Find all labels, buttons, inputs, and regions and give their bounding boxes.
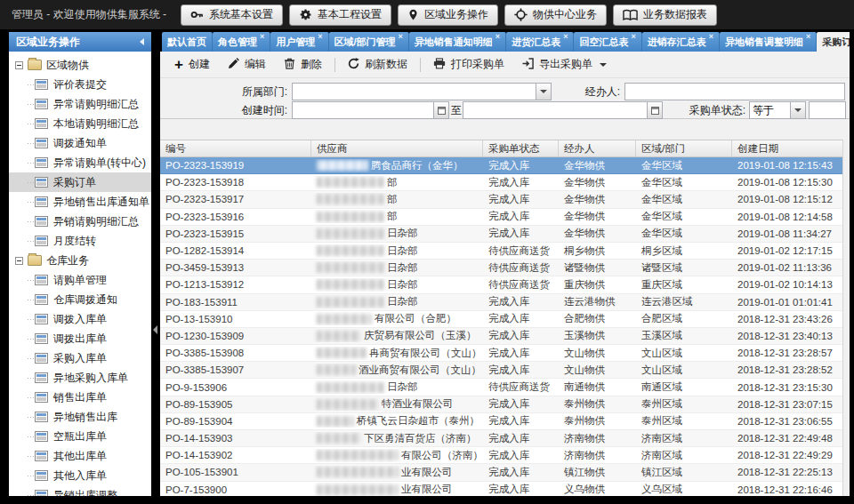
delete-button[interactable]: 删除 [278,54,327,75]
created-from-input[interactable] [293,102,433,118]
tree-item[interactable]: 调拨出库单 [9,329,151,348]
engineering-settings-button[interactable]: 基本工程设置 [289,4,391,26]
print-po-button[interactable]: 打印采购单 [428,54,510,75]
tree-item[interactable]: 评价表提交 [9,75,151,94]
tab[interactable]: 回空汇总表 × [574,32,641,52]
tab-close-icon[interactable]: × [399,32,403,42]
column-header-status[interactable]: 采购单状态 [483,140,559,156]
tree-item[interactable]: 其他入库单 [9,466,151,485]
tab-close-icon[interactable]: × [495,32,500,42]
sidebar-collapse-icon[interactable] [140,38,144,45]
table-row[interactable]: PO-2323-153915 日杂部 完成入库 金华物供 金华区域 2019-0… [160,226,842,243]
tree-item[interactable]: 调拨入库单 [9,309,151,329]
tab-close-icon[interactable]: × [806,32,810,42]
table-row[interactable]: PO-2323-153917 部 完成入库 金华物供 金华区域 2019-01-… [160,191,842,208]
tree-item[interactable]: 异地销售出库通知单 [9,192,151,212]
tree-item[interactable]: 采购订单 [9,172,151,192]
table-row[interactable]: PO-183-153911 日杂部 完成入库 连云港物供 连云港区域 2019-… [160,294,842,311]
table-row[interactable]: PO-1230-153909 庆贸易有限公司（玉溪） 完成入库 玉溪物供 玉溪区… [160,328,842,345]
tree-item[interactable]: 异常请购明细汇总 [9,94,151,114]
table-row[interactable]: PO-9-153906 日杂部 待供应商送货 南通物供 南通区域 2018-12… [160,379,842,396]
status-operator-input[interactable] [750,102,790,118]
tab[interactable]: 进货汇总表 × [506,32,574,52]
vertical-scrollbar[interactable] [842,140,850,496]
tab[interactable]: 默认首页 × [162,32,213,52]
tab-close-icon[interactable]: × [563,32,568,42]
sidebar-splitter-handle[interactable] [153,325,157,334]
created-to-input[interactable] [463,102,647,118]
tree-item[interactable]: 调拨通知单 [9,133,151,153]
tab[interactable]: 异地销售调整明细 × [720,32,817,52]
tree-item[interactable]: 其他出库单 [9,446,151,466]
tab[interactable]: 用户管理 × [270,32,328,52]
tree-item[interactable]: 区域物供 [9,55,151,75]
column-header-supplier[interactable]: 供应商 [311,140,483,156]
tab[interactable]: 角色管理 × [213,32,270,52]
table-row[interactable]: PO-2323-153918 部 完成入库 金华物供 金华区域 2019-01-… [160,174,842,191]
table-row[interactable]: PO-1282-153914 日杂部 待供应商送货 桐乡物供 桐乡区域 2019… [160,243,842,260]
tab[interactable]: 异地销售通知明细 × [409,32,506,52]
table-row[interactable]: PO-3459-153913 日杂部 待供应商送货 诸暨物供 诸暨区域 2019… [160,260,842,276]
edit-button[interactable]: 编辑 [222,54,271,75]
table-row[interactable]: PO-89-153904 桥镇飞云日杂超市（泰州） 完成入库 泰州物供 泰州区域… [160,413,842,430]
tree-item[interactable]: 异地销售出库 [9,407,151,427]
regional-operations-button[interactable]: 区域业务操作 [398,4,498,26]
dept-filter-label: 所属部门: [160,83,287,100]
create-button[interactable]: + 创建 [169,54,215,75]
tab-close-icon[interactable]: × [260,32,264,42]
table-row[interactable]: PO-3385-153907 酒业商贸有限公司（文山） 完成入库 文山物供 文山… [160,362,842,379]
table-row[interactable]: PO-2323-153916 部 完成入库 金华物供 金华区域 2019-01-… [160,209,842,226]
column-header-handler[interactable]: 经办人 [559,140,636,156]
tree-item[interactable]: 空瓶出库单 [9,427,151,446]
tab-close-icon[interactable]: × [318,32,322,42]
document-icon [35,470,48,481]
refresh-button[interactable]: 刷新数据 [342,54,413,75]
tree-item[interactable]: 异地采购入库单 [9,368,151,388]
business-reports-button[interactable]: 业务数据报表 [613,4,717,26]
tree-expand-toggle-icon[interactable] [15,257,23,265]
column-header-id[interactable]: 编号 [160,140,311,156]
column-header-region[interactable]: 区域/部门 [636,140,732,156]
supply-center-button[interactable]: 物供中心业务 [504,4,607,26]
status-operator-dropdown-trigger[interactable] [790,102,805,118]
tree-item[interactable]: 采购入库单 [9,348,151,368]
tree-item[interactable]: 异销请购明细汇总 [9,212,151,231]
tab[interactable]: 区域/部门管理 × [329,32,409,52]
tab[interactable]: 进销存汇总表 × [642,32,720,52]
tab[interactable]: 采购订单 × [817,32,850,52]
table-row[interactable]: PO-14-153902 有限公司（济南） 完成入库 济南物供 济南区域 201… [160,447,842,464]
status-value-input[interactable] [810,102,845,118]
tree-item[interactable]: 请购单管理 [9,270,151,290]
column-header-created[interactable]: 创建日期 [732,140,841,156]
system-settings-label: 系统基本设置 [209,7,273,22]
system-settings-button[interactable]: 系统基本设置 [181,4,283,26]
table-row[interactable]: PO-3385-153908 冉商贸有限公司（文山） 完成入库 文山物供 文山区… [160,345,842,362]
tree-item[interactable]: 异销出库调整 [9,485,151,496]
tree-item[interactable]: 异常请购单(转中心) [9,153,151,172]
tree-item[interactable]: 月度结转 [9,231,151,251]
table-row[interactable]: PO-14-153903 下区勇清百货店（济南） 完成入库 济南物供 济南区域 … [160,430,842,447]
manager-filter-input[interactable] [625,84,844,100]
created-from-calendar-trigger[interactable] [433,102,448,118]
tab-close-icon[interactable]: × [631,32,635,42]
dept-filter-input[interactable] [293,84,536,100]
created-to-calendar-trigger[interactable] [647,102,662,118]
tree-item[interactable]: 本地请购明细汇总 [9,114,151,133]
export-po-button[interactable]: 导出采购单 [517,54,612,75]
tree-item[interactable]: 仓库调拨通知 [9,290,151,309]
tree-expand-toggle-icon[interactable] [15,61,23,69]
table-row[interactable]: PO-89-153905 特酒业有限公司 完成入库 泰州物供 泰州区域 2018… [160,396,842,413]
table-row[interactable]: PO-1213-153912 日杂部 待供应商送货 重庆物供 重庆区域 2019… [160,276,842,293]
cell-status: 完成入库 [483,483,559,496]
cell-supplier: 部 [311,176,483,189]
cell-created-date: 2019-01-08 12:15:30 [732,177,841,188]
dept-dropdown-trigger[interactable] [536,84,551,100]
tree-item-label: 调拨出库单 [53,332,107,347]
tree-item[interactable]: 仓库业务 [9,251,151,270]
table-row[interactable]: PO-2323-153919 腾食品商行（金华） 完成入库 金华物供 金华区域 … [160,157,842,174]
table-row[interactable]: PO-13-153910 有限公司（合肥） 完成入库 合肥物供 合肥区域 201… [160,311,842,328]
table-row[interactable]: PO-105-153901 业有限公司 完成入库 镇江物供 镇江区域 2018-… [160,464,842,481]
tree-item[interactable]: 销售出库单 [9,388,151,407]
tab-close-icon[interactable]: × [709,32,713,42]
table-row[interactable]: PO-7-153900 业有限公司 完成入库 义乌物供 义乌区域 2018-12… [160,482,842,496]
